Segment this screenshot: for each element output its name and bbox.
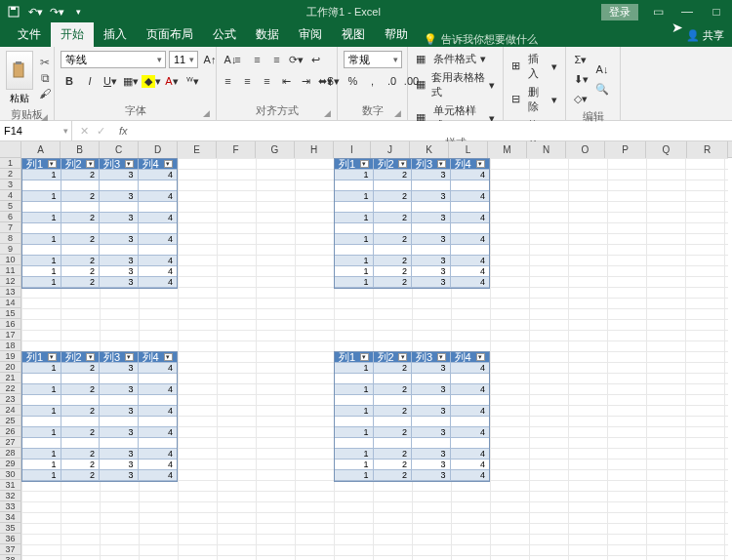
table-cell[interactable] [374,202,413,213]
table-cell[interactable]: 3 [412,191,451,202]
table-cell[interactable]: 1 [22,449,61,460]
redo-icon[interactable]: ↷▾ [49,4,64,20]
filter-dropdown-icon[interactable]: ▾ [164,353,173,361]
row-header[interactable]: 3 [0,180,21,190]
table-cell[interactable] [374,245,413,256]
table-cell[interactable]: 2 [61,277,101,288]
row-header[interactable]: 18 [0,340,21,351]
table-cell[interactable]: 2 [374,427,413,438]
tab-help[interactable]: 帮助 [375,22,418,47]
table-cell[interactable] [451,245,489,256]
table-cell[interactable] [374,438,413,449]
table-cell[interactable]: 1 [335,470,374,481]
table-cell[interactable]: 1 [335,213,374,223]
col-header[interactable]: G [256,141,295,158]
table-cell[interactable] [100,374,139,384]
row-header[interactable]: 14 [0,298,21,308]
table-cell[interactable]: 1 [22,363,61,374]
table-cell[interactable] [451,223,489,234]
increase-decimal-icon[interactable]: .0 [384,72,401,90]
table-cell[interactable]: 2 [61,406,101,417]
filter-dropdown-icon[interactable]: ▾ [437,160,446,168]
tab-layout[interactable]: 页面布局 [137,22,203,47]
table-cell[interactable]: 4 [451,256,489,266]
row-header[interactable]: 20 [0,362,21,373]
conditional-format-button[interactable]: ▦条件格式▾ [414,51,488,67]
format-as-table-button[interactable]: ▦套用表格格式▾ [414,69,497,100]
table-cell[interactable] [61,223,101,234]
table-cell[interactable] [61,180,101,191]
table-cell[interactable]: 1 [22,427,61,438]
table-cell[interactable]: 1 [335,234,374,245]
paste-button[interactable] [6,51,33,90]
table-cell[interactable] [335,374,374,384]
table-cell[interactable]: 2 [61,170,101,180]
row-header[interactable]: 29 [0,459,21,469]
table-cell[interactable] [412,417,451,427]
table-header-cell[interactable]: 列1▾ [22,159,61,170]
font-launcher-icon[interactable]: ◢ [203,108,210,118]
col-header[interactable]: K [410,141,449,158]
row-header[interactable]: 10 [0,255,21,265]
align-top-icon[interactable]: ≡ [229,51,247,68]
table-cell[interactable]: 1 [335,266,374,277]
table-cell[interactable]: 4 [451,191,489,202]
table-cell[interactable] [335,417,374,427]
table-cell[interactable]: 4 [451,266,489,277]
table-cell[interactable]: 2 [61,470,101,481]
table-cell[interactable] [61,374,101,384]
fill-color-icon[interactable]: ◆▾ [142,72,160,90]
percent-icon[interactable]: % [345,72,362,90]
table-cell[interactable]: 2 [374,170,413,180]
tab-file[interactable]: 文件 [8,22,51,47]
col-header[interactable]: J [371,141,410,158]
row-header[interactable]: 31 [0,480,21,491]
row-header[interactable]: 15 [0,308,21,319]
tab-review[interactable]: 审阅 [289,22,332,47]
table-cell[interactable]: 2 [61,449,101,460]
table-cell[interactable] [22,395,61,406]
table-cell[interactable]: 3 [100,363,139,374]
table-cell[interactable] [22,223,61,234]
row-header[interactable]: 22 [0,383,21,394]
table-cell[interactable] [412,223,451,234]
table-cell[interactable] [100,417,139,427]
table-cell[interactable]: 4 [451,213,489,223]
table-cell[interactable]: 3 [100,449,139,460]
filter-dropdown-icon[interactable]: ▾ [437,353,446,361]
col-header[interactable]: F [217,141,256,158]
row-header[interactable]: 37 [0,544,21,555]
border-icon[interactable]: ▦▾ [122,72,140,90]
table-cell[interactable]: 4 [139,234,177,245]
table-cell[interactable] [374,180,413,191]
col-header[interactable]: M [488,141,527,158]
row-header[interactable]: 17 [0,330,21,340]
col-header[interactable]: O [566,141,605,158]
format-painter-icon[interactable]: 🖌 [37,87,53,100]
row-header[interactable]: 21 [0,373,21,383]
table-cell[interactable]: 4 [139,470,177,481]
row-header[interactable]: 13 [0,287,21,298]
filter-dropdown-icon[interactable]: ▾ [360,160,369,168]
select-all-corner[interactable] [0,141,21,158]
table-cell[interactable] [100,438,139,449]
table-cell[interactable]: 1 [22,384,61,395]
tab-formulas[interactable]: 公式 [203,22,246,47]
table-cell[interactable]: 2 [61,234,101,245]
filter-dropdown-icon[interactable]: ▾ [48,353,57,361]
table-cell[interactable]: 1 [335,277,374,288]
table-cell[interactable] [22,438,61,449]
table-header-cell[interactable]: 列2▾ [374,159,413,170]
table-cell[interactable] [22,245,61,256]
maximize-icon[interactable]: □ [707,5,726,19]
filter-dropdown-icon[interactable]: ▾ [125,160,134,168]
row-header[interactable]: 35 [0,523,21,534]
autosum-icon[interactable]: Σ▾ [572,51,590,68]
table-cell[interactable]: 4 [139,213,177,223]
filter-dropdown-icon[interactable]: ▾ [48,160,57,168]
table-cell[interactable]: 2 [374,449,413,460]
clear-icon[interactable]: ◇▾ [572,90,590,107]
table-cell[interactable]: 2 [61,427,101,438]
row-header[interactable]: 33 [0,501,21,512]
table-cell[interactable] [139,395,177,406]
